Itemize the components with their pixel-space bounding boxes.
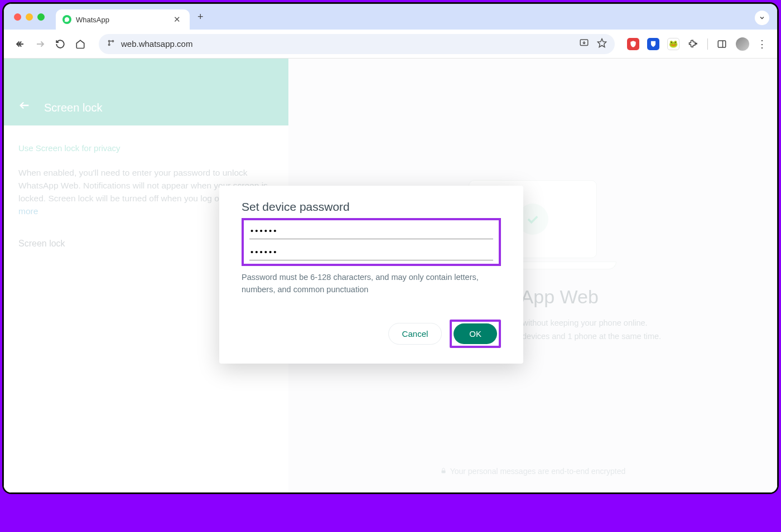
site-info-icon[interactable]: [107, 38, 115, 49]
password-requirement-text: Password must be 6-128 characters, and m…: [242, 272, 501, 296]
install-app-icon[interactable]: [579, 38, 589, 50]
close-tab-button[interactable]: ✕: [171, 14, 183, 25]
svg-point-6: [108, 44, 110, 46]
dialog-actions: Cancel OK: [242, 320, 501, 348]
ok-button-highlight: OK: [450, 320, 501, 348]
tab-strip: WhatsApp ✕ +: [4, 4, 777, 30]
svg-rect-11: [718, 41, 726, 47]
back-button[interactable]: [14, 38, 26, 50]
browser-tab[interactable]: WhatsApp ✕: [56, 9, 190, 30]
extension-icons: 🐸 ⋮: [627, 37, 767, 51]
dialog-title: Set device password: [242, 200, 501, 214]
close-window-button[interactable]: [14, 13, 21, 21]
confirm-password-input[interactable]: [249, 244, 493, 260]
extension-ublock-icon[interactable]: [627, 38, 639, 50]
profile-avatar[interactable]: [736, 37, 749, 51]
browser-menu-button[interactable]: ⋮: [757, 38, 767, 50]
password-fields-highlight: [242, 218, 501, 266]
toolbar-separator: [707, 38, 708, 50]
window-controls: [14, 4, 56, 30]
page-content: Screen lock Use Screen lock for privacy …: [4, 59, 777, 492]
bookmark-star-icon[interactable]: [597, 38, 607, 50]
cancel-button[interactable]: Cancel: [388, 323, 442, 345]
set-password-dialog: Set device password Password must be 6-1…: [219, 186, 523, 364]
svg-point-3: [108, 40, 110, 42]
url-text: web.whatsapp.com: [121, 39, 573, 49]
address-bar[interactable]: web.whatsapp.com: [99, 34, 615, 54]
tab-overflow-button[interactable]: [755, 11, 769, 25]
browser-toolbar: web.whatsapp.com 🐸: [4, 30, 777, 59]
side-panel-icon[interactable]: [716, 38, 728, 50]
forward-button[interactable]: [34, 38, 46, 50]
home-button[interactable]: [74, 38, 86, 50]
maximize-window-button[interactable]: [37, 13, 45, 21]
browser-window: WhatsApp ✕ + web.whatsapp.com: [3, 3, 778, 493]
password-input[interactable]: [249, 223, 493, 239]
extension-frog-icon[interactable]: 🐸: [667, 38, 679, 50]
ok-button[interactable]: OK: [454, 323, 497, 344]
whatsapp-favicon-icon: [62, 15, 71, 24]
svg-point-4: [112, 40, 114, 42]
minimize-window-button[interactable]: [26, 13, 33, 21]
reload-button[interactable]: [54, 38, 66, 50]
extensions-menu-icon[interactable]: [687, 38, 700, 50]
tab-title: WhatsApp: [76, 16, 109, 24]
extension-bitwarden-icon[interactable]: [647, 38, 659, 50]
new-tab-button[interactable]: +: [190, 11, 211, 23]
svg-marker-10: [598, 39, 606, 47]
